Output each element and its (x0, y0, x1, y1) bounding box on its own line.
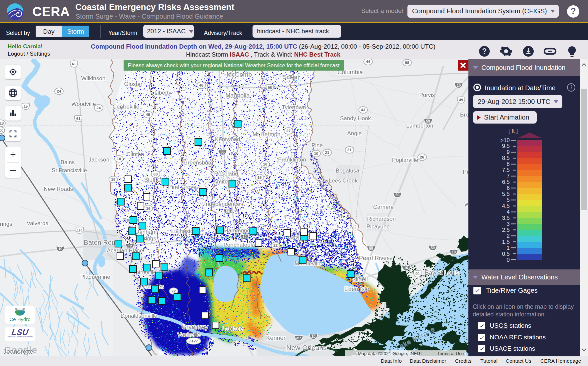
svg-text:Donaldsonville: Donaldsonville (121, 313, 158, 319)
svg-text:Greensburg: Greensburg (183, 160, 213, 166)
svg-text:610: 610 (296, 337, 301, 340)
svg-text:7.5: 7.5 (502, 167, 510, 173)
svg-text:0.5: 0.5 (502, 251, 510, 257)
svg-text:21: 21 (325, 151, 329, 155)
svg-text:Mt Hermon: Mt Hermon (253, 131, 281, 138)
svg-text:Vacherie: Vacherie (177, 331, 201, 338)
svg-text:Laplace: Laplace (222, 325, 243, 332)
svg-text:Gramercy: Gramercy (182, 324, 208, 330)
svg-text:>10: >10 (500, 137, 510, 143)
svg-text:3: 3 (507, 221, 510, 227)
svg-text:5.5: 5.5 (502, 191, 510, 197)
svg-text:Bay St Louis: Bay St Louis (425, 269, 458, 276)
svg-text:Valverda: Valverda (27, 220, 49, 226)
svg-text:McComb: McComb (227, 71, 252, 78)
svg-text:18: 18 (0, 121, 4, 125)
svg-text:St Francisville: St Francisville (52, 167, 87, 174)
svg-text:10: 10 (314, 152, 318, 156)
svg-text:9.5: 9.5 (502, 143, 510, 149)
svg-text:[ ft ]: [ ft ] (508, 128, 518, 134)
svg-text:00: 00 (0, 128, 3, 132)
svg-text:16: 16 (146, 206, 151, 210)
svg-text:Denham: Denham (135, 229, 157, 235)
svg-text:3.5: 3.5 (502, 215, 510, 221)
svg-text:15: 15 (24, 104, 28, 108)
svg-text:Woodville: Woodville (71, 101, 96, 107)
svg-text:Clinton: Clinton (127, 151, 144, 158)
svg-text:2.5: 2.5 (502, 227, 510, 233)
svg-text:1.5: 1.5 (502, 239, 510, 245)
svg-text:New Roads: New Roads (44, 186, 73, 192)
svg-text:1: 1 (507, 245, 510, 251)
svg-text:Pine: Pine (311, 142, 323, 149)
svg-text:6.5: 6.5 (502, 179, 510, 185)
svg-text:Eden Isle: Eden Isle (344, 286, 369, 292)
svg-text:22: 22 (274, 243, 278, 247)
svg-text:Independence: Independence (204, 201, 240, 207)
svg-text:Gloster: Gloster (124, 81, 143, 87)
svg-text:59: 59 (426, 119, 430, 123)
svg-text:10: 10 (452, 250, 456, 254)
svg-text:4.5: 4.5 (502, 203, 510, 209)
svg-text:Picayune: Picayune (366, 223, 390, 230)
svg-text:44: 44 (366, 60, 370, 64)
svg-text:Liberty: Liberty (154, 90, 172, 96)
svg-text:24: 24 (97, 106, 101, 110)
svg-text:24: 24 (57, 89, 61, 93)
svg-text:Purvis: Purvis (419, 92, 435, 98)
svg-text:19: 19 (111, 178, 116, 182)
svg-text:Mandeville: Mandeville (294, 260, 321, 267)
svg-text:Carriere: Carriere (373, 204, 393, 210)
svg-text:2: 2 (507, 233, 510, 239)
svg-text:Bogalusa: Bogalusa (336, 168, 359, 174)
svg-text:49: 49 (459, 98, 463, 102)
svg-text:10: 10 (263, 162, 268, 166)
svg-text:5: 5 (507, 197, 510, 203)
svg-text:63: 63 (154, 172, 158, 176)
svg-text:21: 21 (347, 148, 352, 152)
svg-text:59: 59 (395, 193, 399, 197)
svg-text:Richardson: Richardson (367, 216, 396, 222)
svg-text:43: 43 (361, 108, 365, 112)
svg-text:10: 10 (404, 266, 408, 270)
svg-text:Lees Creek: Lees Creek (329, 178, 358, 184)
svg-text:6: 6 (507, 185, 510, 191)
svg-text:16: 16 (258, 176, 262, 180)
svg-text:10: 10 (58, 247, 62, 251)
svg-text:61: 61 (72, 62, 76, 66)
svg-text:Ponchatoula: Ponchatoula (224, 242, 255, 248)
svg-text:Salem: Salem (283, 74, 299, 80)
svg-text:Springs: Springs (0, 221, 12, 227)
svg-text:61: 61 (76, 117, 80, 121)
svg-text:55: 55 (226, 209, 230, 213)
svg-text:Poplarville: Poplarville (392, 157, 418, 163)
svg-text:Angie: Angie (347, 130, 361, 137)
svg-text:8: 8 (507, 161, 510, 167)
svg-text:9: 9 (507, 149, 510, 155)
svg-text:59: 59 (431, 246, 435, 250)
svg-text:Kentwood: Kentwood (215, 136, 240, 143)
svg-text:3127: 3127 (189, 339, 198, 343)
svg-text:12: 12 (128, 244, 132, 248)
svg-text:8.5: 8.5 (502, 155, 510, 161)
svg-text:7: 7 (507, 173, 510, 179)
svg-text:98: 98 (405, 61, 409, 65)
svg-text:190: 190 (77, 228, 82, 232)
svg-text:Kenner: Kenner (266, 335, 286, 341)
svg-text:Centreville: Centreville (113, 104, 139, 110)
svg-text:10: 10 (311, 334, 315, 338)
svg-text:12: 12 (243, 235, 247, 239)
svg-text:Pine Grove: Pine Grove (168, 184, 196, 190)
svg-text:New Orleans: New Orleans (286, 344, 326, 351)
svg-text:59: 59 (369, 246, 373, 250)
svg-text:Roseland: Roseland (214, 171, 238, 177)
svg-text:26: 26 (420, 155, 424, 159)
svg-text:Plaquemine: Plaquemine (80, 274, 110, 280)
svg-text:Hammond: Hammond (224, 227, 250, 234)
svg-text:48: 48 (146, 113, 150, 117)
svg-text:10: 10 (117, 157, 121, 161)
svg-text:Franklinton: Franklinton (278, 157, 306, 163)
svg-text:10: 10 (457, 83, 461, 87)
svg-text:?: ? (482, 47, 487, 56)
svg-text:27: 27 (287, 129, 291, 133)
